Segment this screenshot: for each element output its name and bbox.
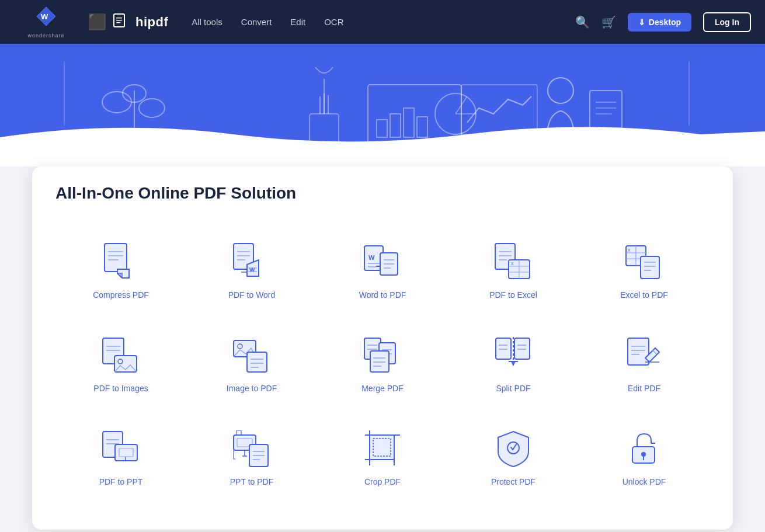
unlock-pdf-icon xyxy=(623,427,665,469)
svg-rect-28 xyxy=(590,91,622,131)
tool-item-merge-pdf[interactable]: Merge PDF xyxy=(317,319,448,407)
svg-marker-99 xyxy=(511,361,516,366)
nav-all-tools[interactable]: All tools xyxy=(192,17,222,27)
crop-pdf-label: Crop PDF xyxy=(364,477,401,486)
ppt-to-pdf-icon xyxy=(231,427,273,469)
ppt-to-pdf-label: PPT to PDF xyxy=(230,477,273,486)
tool-item-edit-pdf[interactable]: Edit PDF xyxy=(579,319,710,407)
unlock-pdf-label: Unlock PDF xyxy=(623,477,666,486)
split-pdf-label: Split PDF xyxy=(496,384,530,393)
merge-pdf-label: Merge PDF xyxy=(361,384,404,393)
pdf-to-images-label: PDF to Images xyxy=(93,384,148,393)
hipdf-logo-icon: ⬛ xyxy=(88,13,106,31)
tool-item-pdf-to-images[interactable]: PDF to Images xyxy=(55,319,186,407)
image-to-pdf-icon xyxy=(231,333,273,375)
hero-section xyxy=(0,44,765,166)
tool-item-protect-pdf[interactable]: Protect PDF xyxy=(448,413,579,500)
svg-rect-12 xyxy=(310,114,339,143)
compress-pdf-icon: ↕ xyxy=(100,240,142,282)
svg-rect-109 xyxy=(115,444,137,461)
svg-rect-115 xyxy=(237,430,241,435)
svg-text:W: W xyxy=(368,254,375,261)
nav-ocr[interactable]: OCR xyxy=(324,17,343,27)
svg-point-26 xyxy=(548,78,573,103)
main-card: All-In-One Online PDF Solution ↕ Compres… xyxy=(32,166,733,530)
word-to-pdf-icon: W xyxy=(361,240,404,282)
pdf-to-word-label: PDF to Word xyxy=(228,290,276,300)
svg-text:X: X xyxy=(628,248,631,252)
svg-rect-66 xyxy=(641,256,659,279)
hero-illustration xyxy=(0,44,765,166)
svg-point-133 xyxy=(641,452,646,457)
svg-rect-21 xyxy=(417,117,427,137)
pdf-to-excel-label: PDF to Excel xyxy=(489,290,537,300)
pdf-to-ppt-icon xyxy=(100,427,142,469)
pdf-to-ppt-label: PDF to PPT xyxy=(99,477,143,486)
tool-item-split-pdf[interactable]: Split PDF xyxy=(448,319,579,407)
compress-pdf-label: Compress PDF xyxy=(93,290,149,300)
navbar: W wondershare ⬛ hipdf All tools Convert … xyxy=(0,0,765,44)
login-button[interactable]: Log In xyxy=(703,12,751,32)
svg-rect-100 xyxy=(628,338,649,365)
svg-rect-91 xyxy=(496,338,511,359)
svg-text:X: X xyxy=(511,262,514,266)
tool-item-pdf-to-word[interactable]: W PDF to Word xyxy=(186,226,317,314)
svg-rect-19 xyxy=(390,114,401,137)
svg-point-9 xyxy=(139,99,165,117)
hipdf-icon xyxy=(112,13,130,31)
edit-pdf-icon xyxy=(623,333,665,375)
nav-edit[interactable]: Edit xyxy=(290,17,305,27)
crop-pdf-icon xyxy=(361,427,404,469)
svg-rect-4 xyxy=(116,20,122,21)
wondershare-logo-icon: W xyxy=(36,6,57,30)
tool-item-excel-to-pdf[interactable]: X Excel to PDF xyxy=(579,226,710,314)
tools-grid: ↕ Compress PDF W PDF to Word W xyxy=(55,226,710,500)
pdf-to-excel-icon: X xyxy=(492,240,534,282)
nav-convert[interactable]: Convert xyxy=(241,17,272,27)
svg-rect-3 xyxy=(116,18,122,19)
desktop-button[interactable]: ⇓ Desktop xyxy=(628,13,691,32)
wondershare-text: wondershare xyxy=(27,33,64,39)
excel-to-pdf-label: Excel to PDF xyxy=(620,290,668,300)
protect-pdf-label: Protect PDF xyxy=(491,477,536,486)
hipdf-name: hipdf xyxy=(135,15,168,30)
svg-rect-18 xyxy=(377,120,387,137)
wondershare-brand[interactable]: W wondershare xyxy=(14,0,78,44)
word-to-pdf-label: Word to PDF xyxy=(359,290,406,300)
image-to-pdf-label: Image to PDF xyxy=(227,384,277,393)
excel-to-pdf-icon: X xyxy=(623,240,665,282)
merge-pdf-icon xyxy=(361,333,404,375)
svg-rect-25 xyxy=(461,85,537,134)
svg-text:↕: ↕ xyxy=(119,272,122,279)
svg-rect-5 xyxy=(116,22,120,23)
hipdf-brand[interactable]: ⬛ hipdf xyxy=(88,13,168,31)
tool-item-ppt-to-pdf[interactable]: PPT to PDF xyxy=(186,413,317,500)
tool-item-unlock-pdf[interactable]: Unlock PDF xyxy=(579,413,710,500)
tool-item-word-to-pdf[interactable]: W Word to PDF xyxy=(317,226,448,314)
cart-icon[interactable]: 🛒 xyxy=(601,15,616,29)
tool-item-pdf-to-excel[interactable]: X PDF to Excel xyxy=(448,226,579,314)
svg-rect-94 xyxy=(514,338,530,359)
svg-rect-87 xyxy=(370,351,389,372)
svg-point-8 xyxy=(102,92,131,113)
pdf-to-word-icon: W xyxy=(231,240,273,282)
protect-pdf-icon xyxy=(492,427,534,469)
nav-actions: 🔍 🛒 ⇓ Desktop Log In xyxy=(575,12,751,32)
page-title: All-In-One Online PDF Solution xyxy=(55,184,710,203)
split-pdf-icon xyxy=(492,333,534,375)
svg-rect-77 xyxy=(247,352,267,372)
tool-item-pdf-to-ppt[interactable]: PDF to PPT xyxy=(55,413,186,500)
download-icon: ⇓ xyxy=(638,18,645,27)
edit-pdf-label: Edit PDF xyxy=(628,384,660,393)
tool-item-compress-pdf[interactable]: ↕ Compress PDF xyxy=(55,226,186,314)
tool-item-image-to-pdf[interactable]: Image to PDF xyxy=(186,319,317,407)
svg-rect-20 xyxy=(404,108,414,137)
pdf-to-images-icon xyxy=(100,333,142,375)
tool-item-crop-pdf[interactable]: Crop PDF xyxy=(317,413,448,500)
nav-links: All tools Convert Edit OCR xyxy=(192,17,575,27)
search-icon[interactable]: 🔍 xyxy=(575,15,590,29)
svg-rect-34 xyxy=(105,244,127,272)
